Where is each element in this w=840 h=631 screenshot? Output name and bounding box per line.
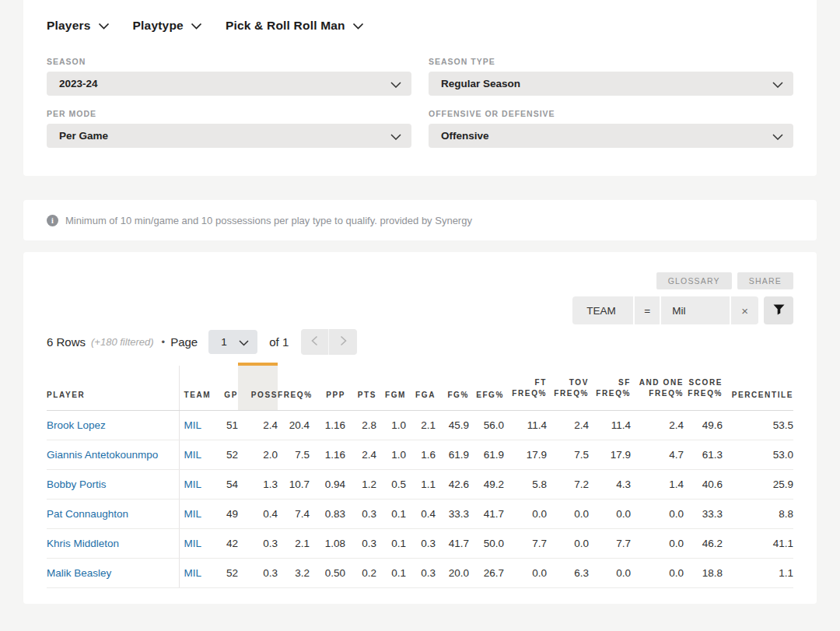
cell-sf_freq_pct: 11.4 [589, 410, 631, 440]
column-header-tov_freq_pct[interactable]: TOVFREQ% [547, 364, 589, 410]
cell-ft_freq_pct: 5.8 [504, 469, 547, 499]
table-row: Bobby PortisMIL541.310.70.941.20.51.142.… [47, 469, 793, 499]
season-select[interactable]: 2023-24 [47, 72, 411, 96]
page-number-select[interactable]: 1 [208, 330, 257, 354]
cell-fga: 0.3 [406, 528, 436, 558]
playtype-category-dropdown[interactable]: Pick & Roll Roll Man [226, 19, 364, 33]
table-row: Brook LopezMIL512.420.41.162.81.02.145.9… [47, 410, 793, 440]
player-link[interactable]: Giannis Antetokounmpo [47, 440, 179, 469]
cell-gp: 42 [215, 528, 238, 558]
cell-gp: 51 [215, 410, 238, 440]
column-header-gp[interactable]: GP [215, 364, 238, 410]
cell-poss: 0.3 [238, 528, 278, 558]
column-header-line: SCORE [684, 377, 723, 388]
column-header-poss[interactable]: POSS [238, 364, 278, 410]
season-value: 2023-24 [59, 78, 98, 89]
column-header-pts[interactable]: PTS [345, 364, 376, 410]
share-button[interactable]: SHARE [737, 272, 793, 289]
team-link[interactable]: MIL [179, 528, 215, 558]
season-label: SEASON [47, 57, 411, 66]
cell-tov_freq_pct: 6.3 [547, 558, 589, 587]
cell-and_one_freq_pct: 0.0 [631, 499, 684, 528]
players-dropdown-label: Players [47, 19, 91, 33]
cell-tov_freq_pct: 7.2 [547, 469, 589, 499]
cell-pts: 1.2 [345, 469, 376, 499]
cell-tov_freq_pct: 0.0 [547, 499, 589, 528]
chevron-down-icon [772, 129, 783, 143]
playtype-dropdown[interactable]: Playtype [133, 19, 202, 33]
filter-value-input[interactable]: Mil [661, 296, 730, 324]
filter-grid: SEASON 2023-24 SEASON TYPE Regular Seaso… [47, 57, 793, 148]
cell-gp: 52 [215, 440, 238, 469]
column-header-fga[interactable]: FGA [406, 364, 436, 410]
season-type-select[interactable]: Regular Season [429, 72, 793, 96]
team-link[interactable]: MIL [179, 558, 215, 587]
chevron-right-icon [340, 335, 347, 349]
cell-score_freq_pct: 49.6 [684, 410, 723, 440]
cell-pts: 2.4 [345, 440, 376, 469]
players-dropdown[interactable]: Players [47, 19, 110, 33]
column-header-sf_freq_pct[interactable]: SFFREQ% [589, 364, 631, 410]
column-header-freq_pct[interactable]: FREQ% [278, 364, 310, 410]
cell-ft_freq_pct: 7.7 [504, 528, 547, 558]
column-header-percentile[interactable]: PERCENTILE [723, 364, 793, 410]
page: Players Playtype Pick & Roll Roll Man [0, 0, 840, 604]
cell-pts: 0.2 [345, 558, 376, 587]
team-link[interactable]: MIL [179, 440, 215, 469]
chevron-down-icon [239, 335, 249, 349]
team-link[interactable]: MIL [179, 499, 215, 528]
cell-score_freq_pct: 46.2 [684, 528, 723, 558]
offensive-defensive-select[interactable]: Offensive [429, 124, 793, 148]
cell-poss: 2.0 [238, 440, 278, 469]
column-header-line: SF [589, 377, 631, 388]
bullet-separator: • [162, 336, 166, 348]
cell-fg_pct: 61.9 [436, 440, 469, 469]
cell-fg_pct: 41.7 [436, 528, 469, 558]
next-page-button[interactable] [329, 329, 357, 355]
player-link[interactable]: Malik Beasley [47, 558, 179, 587]
player-link[interactable]: Khris Middleton [47, 528, 179, 558]
cell-tov_freq_pct: 2.4 [547, 410, 589, 440]
column-header-team[interactable]: TEAM [179, 364, 215, 410]
cell-pts: 0.3 [345, 499, 376, 528]
cell-fga: 0.4 [406, 499, 436, 528]
column-header-fgm[interactable]: FGM [376, 364, 406, 410]
table-row: Malik BeasleyMIL520.33.20.500.20.10.320.… [47, 558, 793, 587]
cell-gp: 54 [215, 469, 238, 499]
player-link[interactable]: Bobby Portis [47, 469, 179, 499]
team-link[interactable]: MIL [179, 410, 215, 440]
table-row: Giannis AntetokounmpoMIL522.07.51.162.41… [47, 440, 793, 469]
cell-poss: 0.4 [238, 499, 278, 528]
column-header-line: TOV [547, 377, 589, 388]
column-header-ppp[interactable]: PPP [310, 364, 345, 410]
per-mode-select[interactable]: Per Game [47, 124, 411, 148]
cell-fgm: 0.5 [376, 469, 406, 499]
cell-fg_pct: 42.6 [436, 469, 469, 499]
cell-ppp: 1.16 [310, 440, 345, 469]
cell-and_one_freq_pct: 0.0 [631, 528, 684, 558]
column-header-player[interactable]: PLAYER [47, 364, 179, 410]
column-header-efg_pct[interactable]: EFG% [469, 364, 504, 410]
chevron-down-icon [390, 77, 401, 91]
pagination-row: 6 Rows (+180 filtered) • Page 1 of 1 [47, 329, 793, 355]
cell-score_freq_pct: 61.3 [684, 440, 723, 469]
column-header-line: AND ONE [631, 377, 684, 388]
previous-page-button[interactable] [301, 329, 329, 355]
column-header-ft_freq_pct[interactable]: FTFREQ% [504, 364, 547, 410]
cell-percentile: 25.9 [723, 469, 793, 499]
clear-filter-icon[interactable]: × [731, 296, 758, 324]
glossary-button[interactable]: GLOSSARY [656, 272, 732, 289]
filter-field[interactable]: TEAM [572, 296, 633, 324]
cell-pts: 2.8 [345, 410, 376, 440]
player-link[interactable]: Pat Connaughton [47, 499, 179, 528]
team-link[interactable]: MIL [179, 469, 215, 499]
cell-and_one_freq_pct: 1.4 [631, 469, 684, 499]
column-header-and_one_freq_pct[interactable]: AND ONEFREQ% [631, 364, 684, 410]
table-row: Khris MiddletonMIL420.32.11.080.30.10.34… [47, 528, 793, 558]
filter-operator[interactable]: = [635, 296, 660, 324]
player-link[interactable]: Brook Lopez [47, 410, 179, 440]
column-header-fg_pct[interactable]: FG% [436, 364, 469, 410]
rows-count: 6 Rows [47, 335, 86, 349]
filter-funnel-button[interactable] [764, 296, 793, 324]
column-header-score_freq_pct[interactable]: SCOREFREQ% [684, 364, 723, 410]
